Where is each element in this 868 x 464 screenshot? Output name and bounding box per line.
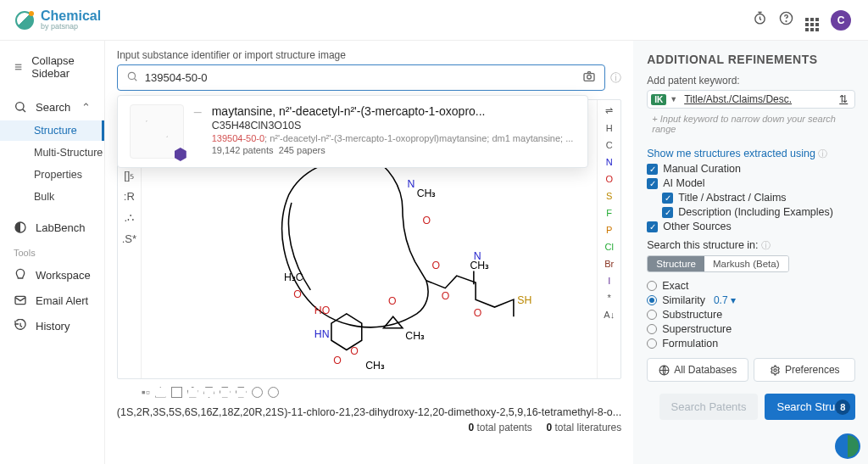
ring-hexagon-icon[interactable] <box>220 387 231 398</box>
ring-benzene-icon[interactable] <box>236 387 247 398</box>
cb-other[interactable]: ✓Other Sources <box>647 221 855 232</box>
ring-pentagon2-icon[interactable] <box>203 387 214 398</box>
sidebar-multi-structure[interactable]: Multi-Structure <box>0 143 104 163</box>
radio-icon <box>647 324 657 334</box>
sidebar-properties[interactable]: Properties <box>0 165 104 185</box>
atom-c[interactable]: C <box>606 140 613 150</box>
sidebar-search-label: Search <box>36 101 70 114</box>
info-icon[interactable]: ⓘ <box>761 240 771 250</box>
ring-pentagon-icon[interactable] <box>187 387 198 398</box>
assistant-icon[interactable] <box>835 433 860 459</box>
info-icon[interactable]: ⓘ <box>610 70 621 86</box>
checkbox-checked-icon: ✓ <box>647 221 658 232</box>
atom-any[interactable]: * <box>608 293 611 303</box>
tool-template-icon[interactable]: ▪▫ <box>142 385 150 399</box>
search-label: Input substance identifier or import str… <box>117 49 621 61</box>
collapse-icon[interactable]: – <box>194 104 202 120</box>
radio-selected-icon <box>647 295 657 305</box>
suggestion-formula: C35H48ClN3O10S <box>212 120 576 131</box>
svg-text:O: O <box>293 288 302 300</box>
svg-text:O: O <box>474 307 482 319</box>
checkbox-checked-icon: ✓ <box>662 193 673 204</box>
sidebar-workspace[interactable]: Workspace <box>0 263 104 287</box>
svg-text:HO: HO <box>314 305 330 316</box>
tool-r-group[interactable]: :R <box>124 190 135 203</box>
email-alert-label: Email Alert <box>36 294 88 307</box>
tool-dots[interactable]: .∴ <box>124 211 134 224</box>
sidebar-email-alert[interactable]: Email Alert <box>0 288 104 312</box>
atom-h[interactable]: H <box>606 123 613 133</box>
svg-text:O: O <box>333 355 342 366</box>
collapse-sidebar[interactable]: Collapse Sidebar <box>0 49 104 85</box>
editor-right-toolbar: ⇌ H C N O S F P Cl Br I * A↓ <box>597 100 620 378</box>
svg-point-2 <box>786 21 787 22</box>
sidebar-bulk[interactable]: Bulk <box>0 187 104 207</box>
preferences-button[interactable]: Preferences <box>754 358 855 382</box>
similarity-value[interactable]: 0.7 ▾ <box>714 294 736 306</box>
svg-text:O: O <box>442 290 450 302</box>
apps-icon[interactable] <box>805 9 819 31</box>
cb-tac[interactable]: ✓Title / Abstract / Claims <box>662 192 855 204</box>
cb-desc[interactable]: ✓Description (Including Examples) <box>662 206 855 218</box>
sidebar-search[interactable]: Search ⌃ <box>0 95 104 119</box>
search-input[interactable] <box>145 71 576 84</box>
svg-point-3 <box>16 103 24 110</box>
radio-substructure[interactable]: Substructure <box>647 309 855 321</box>
cb-ai[interactable]: ✓AI Model <box>647 177 855 189</box>
suggestion-title: maytansine, n²'-deacetyl-n²'-(3-mercapto… <box>212 104 576 118</box>
brand[interactable]: Chemical by patsnap <box>15 9 101 31</box>
clock-icon[interactable] <box>753 11 767 29</box>
kw-badge[interactable]: IK <box>651 94 666 105</box>
radio-exact[interactable]: Exact <box>647 280 855 292</box>
ring-triangle-icon[interactable] <box>155 387 166 398</box>
sidebar-labbench[interactable]: LabBench <box>0 215 104 239</box>
svg-text:H₃C: H₃C <box>284 271 303 283</box>
iupac-name: (1S,2R,3S,5S,6S,16Z,18Z,20R,21S)-11-chlo… <box>117 406 621 418</box>
search-icon <box>126 70 138 85</box>
search-patents-button[interactable]: Search Patents <box>659 394 759 420</box>
kw-scope-select[interactable]: Title/Abst./Claims/Desc.⇅ <box>681 93 851 105</box>
atom-i[interactable]: I <box>608 276 610 286</box>
kw-badge-caret-icon[interactable]: ▼ <box>670 95 677 103</box>
atom-o[interactable]: O <box>605 174 613 184</box>
search-structure-button[interactable]: Search Struct 8 <box>765 394 855 420</box>
tool-bond[interactable]: ⇌ <box>605 105 613 116</box>
seg-structure[interactable]: Structure <box>648 256 704 271</box>
keyword-row: IK ▼ Title/Abst./Claims/Desc.⇅ <box>647 90 855 109</box>
svg-text:HN: HN <box>314 328 330 340</box>
atom-n[interactable]: N <box>606 157 613 167</box>
collapse-label: Collapse Sidebar <box>31 54 91 80</box>
atom-f[interactable]: F <box>606 208 612 218</box>
atom-cl[interactable]: Cl <box>605 242 614 252</box>
sidebar-history[interactable]: History <box>0 314 104 338</box>
svg-text:N: N <box>407 178 415 190</box>
radio-formulation[interactable]: Formulation <box>647 338 855 349</box>
svg-text:SH: SH <box>517 294 531 306</box>
atom-p[interactable]: P <box>606 225 612 235</box>
search-box <box>117 64 605 91</box>
avatar[interactable]: C <box>831 10 851 31</box>
radio-superstructure[interactable]: Superstructure <box>647 323 855 335</box>
sidebar-structure[interactable]: Structure <box>0 120 104 141</box>
suggestion-counts: 19,142 patents 245 papers <box>212 145 576 155</box>
tool-text[interactable]: A↓ <box>604 310 615 320</box>
radio-similarity[interactable]: Similarity0.7 ▾ <box>647 294 855 306</box>
seg-markush[interactable]: Markush (Beta) <box>704 256 788 271</box>
info-icon[interactable]: ⓘ <box>818 148 827 159</box>
ring-circle2-icon[interactable] <box>268 387 279 398</box>
atom-s[interactable]: S <box>606 191 612 201</box>
tool-brackets[interactable]: []₅ <box>124 169 134 182</box>
ring-circle-icon[interactable] <box>252 387 263 398</box>
checkbox-checked-icon: ✓ <box>647 164 658 175</box>
all-databases-button[interactable]: All Databases <box>647 358 748 382</box>
atom-br[interactable]: Br <box>604 259 614 269</box>
tool-s-star[interactable]: .S* <box>122 232 136 245</box>
svg-point-7 <box>587 75 592 79</box>
kw-hint[interactable]: + Input keyword to narrow down your sear… <box>647 112 855 141</box>
camera-icon[interactable] <box>582 70 596 86</box>
help-icon[interactable] <box>779 11 793 29</box>
cb-manual[interactable]: ✓Manual Curation <box>647 163 855 175</box>
ring-square-icon[interactable] <box>171 387 182 398</box>
suggestion-dropdown[interactable]: – maytansine, n²'-deacetyl-n²'-(3-mercap… <box>117 95 588 168</box>
extract-label[interactable]: Show me structures extracted using <box>647 148 815 159</box>
